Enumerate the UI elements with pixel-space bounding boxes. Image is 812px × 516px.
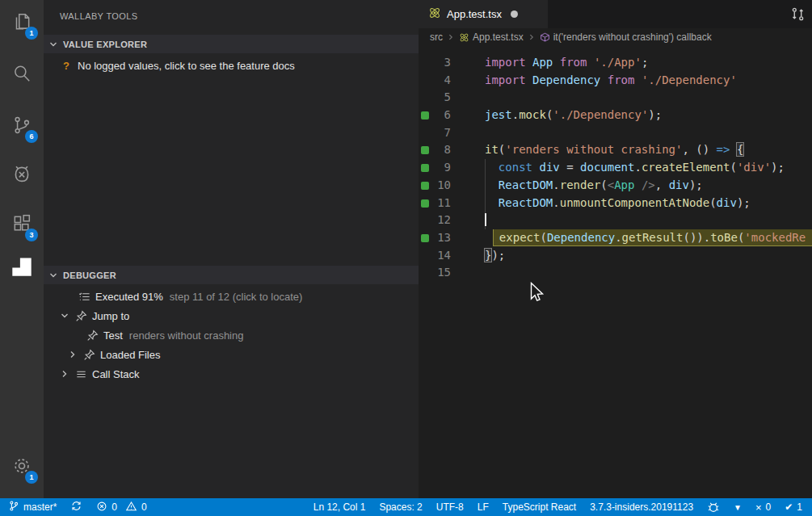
line-number: 7: [419, 124, 451, 142]
extensions-badge: 3: [25, 229, 38, 241]
debug-icon[interactable]: [0, 154, 44, 193]
wallaby-dropdown-item[interactable]: ▼: [734, 503, 742, 512]
code-token: import: [485, 73, 532, 86]
code-line[interactable]: 6jest.mock('./Dependency');: [419, 107, 812, 124]
code-line[interactable]: 14});: [419, 247, 812, 265]
tab-app-test-tsx[interactable]: App.test.tsx: [419, 0, 548, 28]
breadcrumb-symbol[interactable]: it('renders without crashing') callback: [540, 31, 712, 43]
wallaby-icon[interactable]: [0, 247, 44, 286]
code-text: import App from './App';: [485, 54, 812, 72]
code-line[interactable]: 7: [419, 124, 812, 142]
code-token: (: [600, 178, 607, 191]
pin-icon: [74, 310, 87, 322]
wallaby-passing-item[interactable]: ✔ 1: [785, 501, 802, 513]
line-number: 13: [419, 229, 451, 247]
open-changes-icon[interactable]: [790, 6, 806, 25]
code-token: (: [709, 196, 716, 209]
code-line[interactable]: 10 ReactDOM.render(<App />, div);: [419, 177, 812, 195]
line-number: 9: [419, 159, 451, 177]
value-explorer-empty-row[interactable]: ? No logged values, click to see the fea…: [44, 57, 419, 74]
debugger-test-row[interactable]: Test renders without crashing: [44, 326, 419, 344]
breadcrumb: src App.test.tsx it('renders without cra…: [419, 28, 812, 46]
question-icon: ?: [60, 60, 73, 72]
code-token: createElement: [642, 161, 730, 174]
code-token: (: [540, 231, 546, 244]
code-token: './Dependency': [553, 108, 648, 121]
code-token: .: [553, 178, 559, 191]
code-token: div: [669, 178, 689, 191]
breadcrumb-file[interactable]: App.test.tsx: [459, 31, 524, 43]
code-text: jest.mock('./Dependency');: [485, 107, 812, 124]
code-text: expect(Dependency.getResult()).toBe('moc…: [485, 229, 812, 247]
wallaby-sidebar: WALLABY TOOLS VALUE EXPLORER ? No logged…: [44, 0, 419, 498]
code-token: .: [615, 231, 621, 244]
sync-item[interactable]: [70, 500, 82, 514]
code-token: expect: [499, 231, 541, 244]
code-text: ReactDOM.unmountComponentAtNode(div);: [485, 195, 812, 212]
explorer-icon[interactable]: 1: [0, 2, 44, 41]
code-line[interactable]: 9 const div = document.createElement('di…: [419, 159, 812, 177]
code-line[interactable]: 11 ReactDOM.unmountComponentAtNode(div);: [419, 195, 812, 212]
vscode-window: 1 6 3 1 WALLABY TOOLS VALUE EXPLORER: [0, 0, 812, 516]
code-token: './Dependency': [642, 73, 737, 86]
code-line[interactable]: 4import Dependency from './Dependency': [419, 72, 812, 90]
code-token: mock: [519, 108, 546, 121]
code-line[interactable]: 13 expect(Dependency.getResult()).toBe('…: [419, 229, 812, 247]
code-token: document: [580, 161, 634, 174]
code-line[interactable]: 8it('renders without crashing', () => {: [419, 141, 812, 159]
extensions-icon[interactable]: 3: [0, 204, 44, 243]
chevron-right-icon: [528, 33, 536, 41]
code-token: =>: [717, 143, 730, 156]
wallaby-failing-item[interactable]: × 0: [755, 501, 771, 514]
breadcrumb-src[interactable]: src: [430, 31, 443, 43]
eol-item[interactable]: LF: [478, 501, 489, 513]
code-text: ReactDOM.render(<App />, div);: [485, 177, 812, 195]
code-line[interactable]: 3import App from './App';: [419, 54, 812, 72]
code-token: .: [553, 196, 559, 209]
code-token: from: [608, 73, 635, 86]
pass-check-icon: ✔: [785, 501, 793, 513]
code-token: =: [560, 161, 580, 174]
debugger-loaded-files-row[interactable]: Loaded Files: [44, 346, 419, 363]
code-token: [730, 143, 736, 156]
wallaby-bug-icon[interactable]: [707, 501, 720, 514]
line-number: 4: [419, 72, 451, 90]
git-branch-item[interactable]: master*: [8, 500, 57, 514]
code-token: import: [485, 56, 532, 69]
cursor-position-item[interactable]: Ln 12, Col 1: [313, 501, 366, 513]
code-token: App: [532, 56, 553, 69]
source-control-badge: 6: [25, 130, 38, 143]
pin-icon: [86, 329, 99, 342]
code-text: [485, 212, 812, 229]
modified-dot-icon[interactable]: [511, 10, 518, 18]
code-line[interactable]: 12: [419, 212, 812, 229]
indentation-item[interactable]: Spaces: 2: [379, 501, 422, 513]
code-line[interactable]: 15: [419, 264, 812, 282]
chevron-down-icon: [47, 40, 60, 49]
settings-badge: 1: [25, 471, 38, 484]
typescript-version-item[interactable]: 3.7.3-insiders.20191123: [590, 501, 693, 513]
settings-gear-icon[interactable]: 1: [0, 447, 44, 485]
code-token: unmountComponentAtNode: [560, 196, 709, 209]
test-file-icon: [428, 6, 441, 23]
code-token: );: [771, 161, 785, 174]
debugger-executed-row[interactable]: Executed 91% step 11 of 12 (click to loc…: [44, 287, 419, 305]
debugger-jump-to-row[interactable]: Jump to: [44, 307, 419, 325]
code-token: );: [648, 108, 662, 121]
status-bar: master* 0 0 Ln 12, Col 1 Spaces: 2 UTF-8…: [0, 498, 812, 516]
code-token: './App': [594, 56, 642, 69]
encoding-item[interactable]: UTF-8: [436, 501, 464, 513]
debugger-call-stack-row[interactable]: Call Stack: [44, 365, 419, 383]
code-token: <: [608, 178, 614, 191]
section-value-explorer[interactable]: VALUE EXPLORER: [44, 35, 419, 53]
source-control-icon[interactable]: 6: [0, 106, 44, 145]
section-debugger[interactable]: DEBUGGER: [44, 266, 419, 284]
search-icon[interactable]: [0, 54, 44, 93]
code-token: />: [642, 178, 655, 191]
code-line[interactable]: 5: [419, 89, 812, 107]
language-mode-item[interactable]: TypeScript React: [503, 501, 576, 513]
problems-item[interactable]: 0 0: [96, 501, 146, 514]
code-text: it('renders without crashing', () => {: [485, 141, 812, 159]
code-token: [600, 73, 607, 86]
code-area[interactable]: 3import App from './App';4import Depende…: [419, 46, 812, 485]
